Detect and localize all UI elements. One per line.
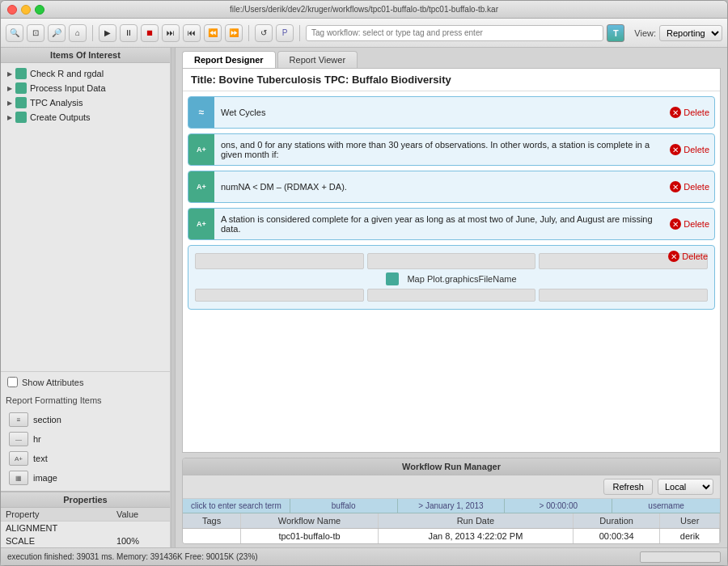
format-item-section[interactable]: ≡ section xyxy=(6,410,165,429)
show-attributes-label: Show Attributes xyxy=(22,378,83,387)
item-color-icon xyxy=(15,112,27,123)
item-color-icon xyxy=(15,82,27,94)
maximize-button[interactable] xyxy=(35,5,44,15)
title-bar: file:/Users/derik/dev2/kruger/workflows/… xyxy=(1,1,727,19)
show-attributes-checkbox[interactable] xyxy=(7,377,18,387)
close-button[interactable] xyxy=(7,5,17,15)
workflow-table: Tags Workflow Name Run Date Duration Use… xyxy=(183,513,720,543)
tag-apply-button[interactable]: T xyxy=(607,24,624,42)
pause-button[interactable]: ⏸ xyxy=(120,24,138,42)
tab-bar: Report Designer Report Viewer xyxy=(176,48,727,68)
format-item-image[interactable]: ▦ image xyxy=(6,468,165,488)
play-button[interactable]: ▶ xyxy=(99,24,116,42)
window-title: file:/Users/derik/dev2/kruger/workflows/… xyxy=(230,5,498,14)
sidebar-item-check-r[interactable]: ▶ Check R and rgdal xyxy=(6,66,165,81)
delete-icon: ✕ xyxy=(670,218,681,230)
image-label: image xyxy=(33,473,57,483)
tag-input[interactable] xyxy=(306,25,603,41)
workflow-filter-row: click to enter search term buffalo > Jan… xyxy=(183,499,720,513)
cell-run-date: Jan 8, 2013 4:22:02 PM xyxy=(378,529,573,544)
report-item-icon: A+ xyxy=(188,134,214,165)
fast-forward-button[interactable]: ⏩ xyxy=(225,24,243,42)
zoom-out-button[interactable]: 🔎 xyxy=(48,24,66,42)
image-filename: Map Plot.graphicsFileName xyxy=(407,274,516,284)
col-tags: Tags xyxy=(183,513,241,529)
filter-workflow-name[interactable]: buffalo xyxy=(290,499,398,513)
bookmark-button[interactable]: P xyxy=(276,24,294,42)
delete-button-2[interactable]: ✕ Delete xyxy=(670,144,709,155)
property-name: ALIGNMENT xyxy=(1,522,112,535)
refresh-button[interactable]: Refresh xyxy=(603,479,653,495)
minimize-button[interactable] xyxy=(21,5,31,15)
step-back-button[interactable]: ⏮ xyxy=(183,24,201,42)
zoom-fit-button[interactable]: ⊡ xyxy=(27,24,44,42)
stop-button[interactable]: ⏹ xyxy=(141,24,159,42)
sidebar-item-label: Check R and rgdal xyxy=(30,69,104,78)
property-col-header: Property xyxy=(1,508,112,522)
map-thumbnail-icon xyxy=(386,272,399,285)
report-item-icon: ≈ xyxy=(188,97,214,128)
format-item-hr[interactable]: — hr xyxy=(6,429,165,449)
delete-icon: ✕ xyxy=(670,107,681,118)
view-select[interactable]: Reporting Design Run xyxy=(659,25,722,41)
report-item-icon: A+ xyxy=(188,209,214,239)
report-item-content: A station is considered complete for a g… xyxy=(214,209,665,239)
report-item-actions: ✕ Delete xyxy=(665,134,714,165)
sidebar-item-tpc[interactable]: ▶ TPC Analysis xyxy=(6,95,165,110)
arrow-icon: ▶ xyxy=(7,85,12,92)
tab-designer[interactable]: Report Designer xyxy=(182,51,276,68)
formatting-section: Report Formatting Items ≡ section — hr A… xyxy=(1,392,170,491)
traffic-lights xyxy=(7,5,44,15)
sidebar-item-label: Process Input Data xyxy=(30,83,106,93)
report-item-4: A+ A station is considered complete for … xyxy=(188,208,715,240)
delete-label: Delete xyxy=(684,182,709,192)
property-row-alignment: ALIGNMENT xyxy=(1,522,170,535)
workflow-run-manager: Workflow Run Manager Refresh Local Remot… xyxy=(182,458,721,544)
arrow-icon: ▶ xyxy=(7,99,12,107)
content-area: Report Designer Report Viewer Title: Bov… xyxy=(176,48,727,547)
workflow-table-row[interactable]: tpc01-buffalo-tb Jan 8, 2013 4:22:02 PM … xyxy=(183,529,720,544)
zoom-reset-button[interactable]: ⌂ xyxy=(69,24,87,42)
property-name: SCALE xyxy=(1,534,112,547)
properties-panel: Properties Property Value ALIGNMENT SCAL… xyxy=(1,491,170,547)
delete-button-5[interactable]: ✕ Delete xyxy=(668,251,708,262)
report-scroll: ≈ Wet Cycles ✕ Delete A+ ons, and 0 for … xyxy=(183,91,720,452)
filter-user[interactable]: username xyxy=(612,499,720,513)
reload-button[interactable]: ↺ xyxy=(255,24,273,42)
delete-label: Delete xyxy=(682,251,708,261)
sidebar-item-label: Create Outputs xyxy=(30,112,91,122)
hr-label: hr xyxy=(33,434,41,444)
report-item-actions: ✕ Delete xyxy=(665,209,714,239)
location-select[interactable]: Local Remote xyxy=(658,479,713,495)
report-item-image: ✕ Delete xyxy=(188,245,715,310)
col-duration: Duration xyxy=(573,513,660,529)
report-item-3: A+ numNA < DM – (RDMAX + DA). ✕ Delete xyxy=(188,171,715,203)
title-prefix: Title: xyxy=(191,74,216,86)
section-label: section xyxy=(33,415,61,424)
image-row-content: Map Plot.graphicsFileName xyxy=(192,249,711,306)
step-forward-button[interactable]: ⏭ xyxy=(162,24,180,42)
delete-button-4[interactable]: ✕ Delete xyxy=(670,218,709,230)
delete-label: Delete xyxy=(684,219,709,229)
delete-icon: ✕ xyxy=(668,251,679,262)
cell-user: derik xyxy=(660,529,720,544)
main-area: Items Of Interest ▶ Check R and rgdal ▶ … xyxy=(1,48,727,547)
hr-format-icon: — xyxy=(9,432,28,446)
workflow-manager-title: Workflow Run Manager xyxy=(183,458,720,475)
col-user: User xyxy=(660,513,720,529)
properties-table: Property Value ALIGNMENT SCALE 100% xyxy=(1,508,170,547)
sidebar-item-process[interactable]: ▶ Process Input Data xyxy=(6,81,165,95)
show-attributes-row: Show Attributes xyxy=(1,371,170,392)
delete-button-3[interactable]: ✕ Delete xyxy=(670,181,709,192)
filter-tags[interactable]: click to enter search term xyxy=(183,499,290,513)
format-item-text[interactable]: A+ text xyxy=(6,449,165,468)
cell-workflow-name: tpc01-buffalo-tb xyxy=(241,529,379,544)
tab-viewer[interactable]: Report Viewer xyxy=(277,51,358,68)
report-item-wet-cycles: ≈ Wet Cycles ✕ Delete xyxy=(188,96,715,129)
filter-duration[interactable]: > 00:00:00 xyxy=(505,499,612,513)
delete-button-1[interactable]: ✕ Delete xyxy=(670,107,709,118)
zoom-in-button[interactable]: 🔍 xyxy=(6,24,23,42)
filter-run-date[interactable]: > January 1, 2013 xyxy=(398,499,506,513)
sidebar-item-outputs[interactable]: ▶ Create Outputs xyxy=(6,110,165,125)
rewind-button[interactable]: ⏪ xyxy=(204,24,222,42)
